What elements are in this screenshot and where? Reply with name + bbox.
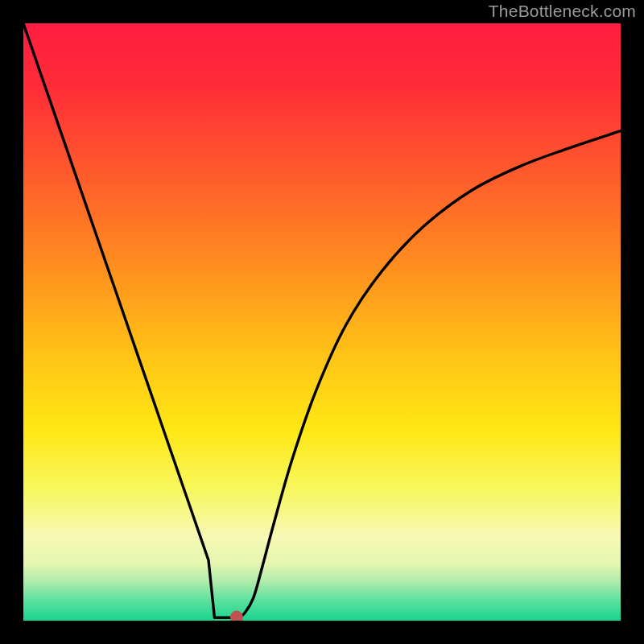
plot-area: [23, 23, 621, 621]
chart-frame: TheBottleneck.com: [0, 0, 644, 644]
bottleneck-chart: [23, 23, 621, 621]
gradient-background: [23, 23, 621, 621]
watermark-text: TheBottleneck.com: [489, 2, 636, 21]
